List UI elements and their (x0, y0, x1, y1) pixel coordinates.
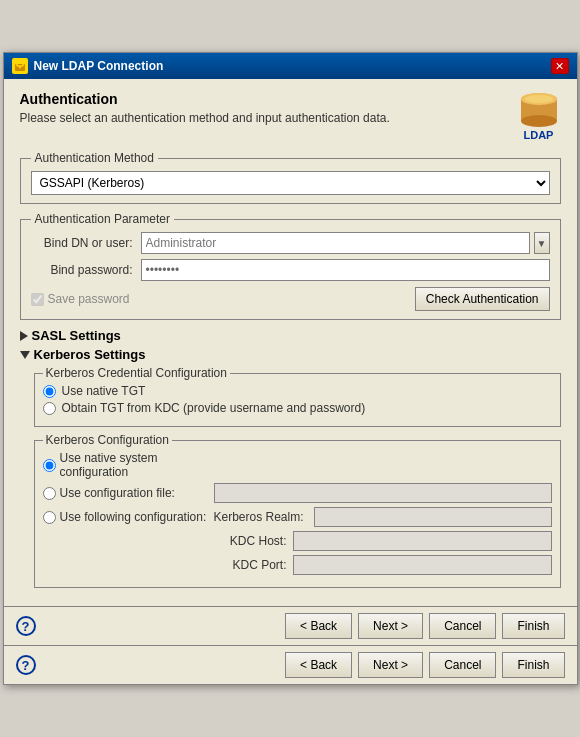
kdc-port-input[interactable]: 88 (293, 555, 552, 575)
save-password-checkbox[interactable] (31, 293, 44, 306)
kdc-port-row: KDC Port: 88 (43, 555, 552, 575)
bind-dn-dropdown-arrow[interactable]: ▼ (534, 232, 550, 254)
following-config-label: Use following configuration: (60, 510, 207, 524)
config-file-row: Use configuration file: (43, 483, 552, 503)
kerberos-section: Kerberos Settings Kerberos Credential Co… (20, 347, 561, 588)
ldap-label: LDAP (524, 129, 554, 141)
bind-dn-input[interactable] (141, 232, 530, 254)
native-sys-config-row: Use native system configuration (43, 451, 552, 479)
sasl-section-header[interactable]: SASL Settings (20, 328, 561, 343)
radio-use-native-tgt: Use native TGT (43, 384, 552, 398)
kerberos-config-legend: Kerberos Configuration (43, 433, 172, 447)
svg-point-7 (525, 95, 553, 103)
auth-actions-row: Save password Check Authentication (31, 287, 550, 311)
config-file-label: Use configuration file: (60, 486, 175, 500)
realm-label: Kerberos Realm: (214, 510, 304, 524)
window-icon (12, 58, 28, 74)
following-config-radio[interactable] (43, 511, 56, 524)
bind-dn-label: Bind DN or user: (31, 236, 141, 250)
auth-method-select[interactable]: GSSAPI (Kerberos)SimpleAnonymous (31, 171, 550, 195)
native-sys-label: Use native system configuration (60, 451, 203, 479)
ldap-icon-container: LDAP (517, 91, 561, 141)
auth-param-legend: Authentication Parameter (31, 212, 174, 226)
kerberos-expand-icon (20, 351, 30, 359)
auth-method-legend: Authentication Method (31, 151, 158, 165)
obtain-tgt-label: Obtain TGT from KDC (provide username an… (62, 401, 366, 415)
kerberos-section-header[interactable]: Kerberos Settings (20, 347, 561, 362)
credential-fieldset: Kerberos Credential Configuration Use na… (34, 366, 561, 427)
window-title: New LDAP Connection (34, 59, 164, 73)
kerberos-title: Kerberos Settings (34, 347, 146, 362)
realm-input[interactable] (314, 507, 552, 527)
kdc-host-input[interactable] (293, 531, 552, 551)
svg-rect-1 (17, 61, 23, 66)
next-button-1[interactable]: Next > (358, 613, 423, 639)
cancel-button-1[interactable]: Cancel (429, 613, 496, 639)
kerberos-config-fieldset: Kerberos Configuration Use native system… (34, 433, 561, 588)
bind-dn-row: Bind DN or user: ▼ (31, 232, 550, 254)
help-button-2[interactable]: ? (16, 655, 36, 675)
credential-legend: Kerberos Credential Configuration (43, 366, 230, 380)
kerberos-body: Kerberos Credential Configuration Use na… (20, 366, 561, 588)
auth-param-fieldset: Authentication Parameter Bind DN or user… (20, 212, 561, 320)
bind-pw-row: Bind password: (31, 259, 550, 281)
bottom-bar-1: ? < Back Next > Cancel Finish (4, 606, 577, 645)
bind-pw-label: Bind password: (31, 263, 141, 277)
help-button-1[interactable]: ? (16, 616, 36, 636)
cancel-button-2[interactable]: Cancel (429, 652, 496, 678)
close-button[interactable]: ✕ (551, 58, 569, 74)
sasl-title: SASL Settings (32, 328, 121, 343)
page-subtitle: Please select an authentication method a… (20, 111, 390, 125)
kdc-host-row: KDC Host: (43, 531, 552, 551)
finish-button-2[interactable]: Finish (502, 652, 564, 678)
kdc-port-label: KDC Port: (213, 558, 293, 572)
radio-obtain-tgt: Obtain TGT from KDC (provide username an… (43, 401, 552, 415)
auth-method-fieldset: Authentication Method GSSAPI (Kerberos)S… (20, 151, 561, 204)
back-button-2[interactable]: < Back (285, 652, 352, 678)
back-button-1[interactable]: < Back (285, 613, 352, 639)
next-button-2[interactable]: Next > (358, 652, 423, 678)
save-password-checkbox-label[interactable]: Save password (31, 292, 130, 306)
check-auth-button[interactable]: Check Authentication (415, 287, 550, 311)
finish-button-1[interactable]: Finish (502, 613, 564, 639)
svg-point-2 (19, 67, 21, 69)
following-config-row: Use following configuration: Kerberos Re… (43, 507, 552, 527)
sasl-collapse-icon (20, 331, 28, 341)
bottom-bar-2: ? < Back Next > Cancel Finish (4, 645, 577, 684)
bind-pw-input[interactable] (141, 259, 550, 281)
native-tgt-radio[interactable] (43, 385, 56, 398)
main-window: New LDAP Connection ✕ Authentication Ple… (3, 52, 578, 685)
config-file-radio[interactable] (43, 487, 56, 500)
kdc-host-label: KDC Host: (213, 534, 293, 548)
obtain-tgt-radio[interactable] (43, 402, 56, 415)
page-title: Authentication (20, 91, 390, 107)
native-sys-radio[interactable] (43, 459, 56, 472)
config-file-input[interactable] (214, 483, 552, 503)
title-bar: New LDAP Connection ✕ (4, 53, 577, 79)
save-password-label: Save password (48, 292, 130, 306)
native-tgt-label: Use native TGT (62, 384, 146, 398)
svg-point-5 (521, 115, 557, 127)
